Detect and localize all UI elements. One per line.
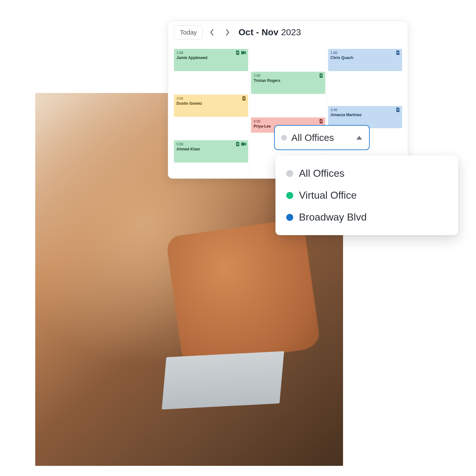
- date-range-year: 2023: [281, 27, 301, 37]
- event-name: Ahmed Khan: [176, 147, 246, 151]
- prev-button[interactable]: [205, 25, 219, 39]
- calendar-column: 1:00Jamie Appleseed3:00Dustin Gomez5:00A…: [173, 49, 249, 174]
- office-option-label: Virtual Office: [299, 189, 357, 201]
- status-dot-icon: [286, 170, 293, 177]
- photo-decor: [162, 351, 284, 409]
- calendar-event[interactable]: 1:00Chris Quach: [328, 49, 402, 71]
- svg-rect-14: [397, 109, 399, 109]
- event-time: 5:00: [176, 142, 246, 146]
- calendar-column: 1:00Chris Quach3:30Amanza Martinez: [327, 49, 403, 174]
- event-icons: [396, 50, 400, 55]
- event-time: 2:00: [254, 74, 322, 78]
- today-button[interactable]: Today: [174, 25, 203, 39]
- document-icon: [242, 96, 246, 101]
- calendar-header: Today Oct - Nov 2023: [168, 21, 408, 44]
- office-filter-select[interactable]: All Offices: [274, 125, 370, 150]
- document-icon: [236, 142, 240, 146]
- svg-rect-4: [243, 99, 245, 99]
- status-dot-icon: [286, 214, 293, 221]
- office-filter-label: All Offices: [291, 132, 334, 143]
- chevron-right-icon: [225, 29, 230, 36]
- event-icons: [242, 96, 246, 101]
- svg-rect-1: [237, 53, 239, 53]
- calendar-event[interactable]: 3:00Dustin Gomez: [174, 95, 248, 117]
- event-icons: [396, 108, 400, 112]
- caret-up-icon: [356, 136, 362, 140]
- event-time: 1:00: [176, 51, 246, 55]
- date-range: Oct - Nov 2023: [238, 27, 301, 37]
- event-name: Dustin Gomez: [176, 101, 246, 106]
- event-icons: [320, 119, 323, 123]
- office-option-label: All Offices: [299, 168, 344, 179]
- chevron-left-icon: [209, 29, 214, 36]
- document-icon: [396, 108, 400, 112]
- document-icon: [396, 50, 400, 55]
- office-option-label: Broadway Blvd: [299, 211, 367, 223]
- event-time: 1:00: [331, 51, 400, 55]
- event-time: 3:00: [176, 96, 246, 101]
- svg-rect-13: [397, 53, 399, 53]
- svg-rect-8: [320, 75, 322, 75]
- svg-rect-5: [237, 143, 239, 144]
- event-name: Tristan Rogers: [254, 78, 322, 83]
- document-icon: [236, 50, 240, 55]
- event-icons: [320, 73, 323, 78]
- office-option-broadway[interactable]: Broadway Blvd: [275, 206, 458, 228]
- video-icon: [241, 51, 246, 55]
- video-icon: [241, 142, 246, 146]
- calendar-column: 2:00Tristan Rogers4:00Priya-Lee: [249, 49, 326, 174]
- svg-rect-10: [320, 121, 322, 121]
- calendar-event[interactable]: 5:00Ahmed Khan: [174, 140, 248, 162]
- office-filter-menu: All Offices Virtual Office Broadway Blvd: [275, 155, 458, 235]
- status-dot-icon: [281, 135, 287, 141]
- svg-rect-3: [243, 98, 245, 98]
- event-time: 4:00: [254, 119, 322, 123]
- event-icons: [236, 142, 246, 146]
- event-name: Amanza Martinez: [331, 113, 400, 117]
- svg-rect-15: [397, 110, 399, 110]
- event-name: Chris Quach: [331, 56, 400, 60]
- svg-rect-2: [241, 51, 244, 54]
- event-name: Jamie Appleseed: [176, 56, 246, 60]
- calendar-grid: 1:00Jamie Appleseed3:00Dustin Gomez5:00A…: [173, 49, 403, 174]
- svg-rect-0: [237, 52, 239, 52]
- next-button[interactable]: [221, 25, 235, 39]
- calendar-event[interactable]: 2:00Tristan Rogers: [251, 72, 325, 94]
- status-dot-icon: [286, 192, 293, 199]
- svg-rect-11: [320, 122, 322, 122]
- document-icon: [320, 119, 323, 123]
- date-range-months: Oct - Nov: [238, 27, 278, 37]
- svg-rect-9: [320, 76, 322, 76]
- svg-rect-7: [241, 142, 244, 146]
- svg-rect-12: [397, 52, 399, 52]
- event-time: 3:30: [331, 108, 400, 112]
- office-option-virtual[interactable]: Virtual Office: [275, 184, 458, 206]
- document-icon: [320, 73, 323, 78]
- calendar-panel: Today Oct - Nov 2023 1:00Jamie Appleseed…: [168, 21, 408, 179]
- calendar-event[interactable]: 1:00Jamie Appleseed: [174, 49, 248, 71]
- svg-rect-6: [237, 144, 239, 145]
- photo-decor: [165, 218, 321, 367]
- event-icons: [236, 50, 246, 55]
- office-option-all[interactable]: All Offices: [275, 162, 458, 184]
